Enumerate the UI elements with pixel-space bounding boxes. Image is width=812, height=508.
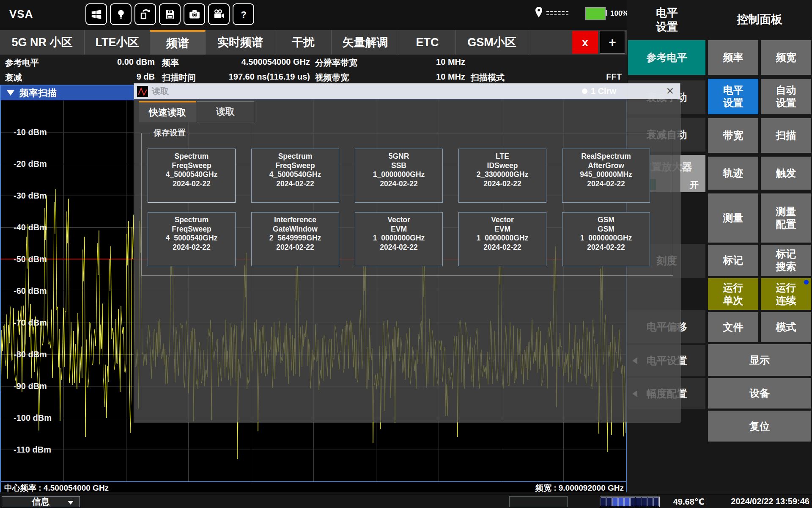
close-tab-button[interactable]: x xyxy=(572,31,598,54)
saved-setting-card-10[interactable]: GSMGSM1_0000000GHz2024-02-22 xyxy=(562,212,650,266)
card-frequency: 4_5000540GHz xyxy=(148,170,235,179)
card-date: 2024-02-22 xyxy=(252,243,339,252)
control-button-标记[interactable]: 标记 xyxy=(708,245,758,276)
control-button-带宽[interactable]: 带宽 xyxy=(708,118,758,153)
control-button-电平设置[interactable]: 电平 设置 xyxy=(708,79,758,114)
bulb-icon[interactable] xyxy=(110,3,132,25)
control-button-文件[interactable]: 文件 xyxy=(708,312,758,342)
control-button-测量配置[interactable]: 测量 配置 xyxy=(761,193,811,243)
card-date: 2024-02-22 xyxy=(562,243,650,252)
progress-segment-2 xyxy=(606,497,612,506)
open-icon[interactable] xyxy=(134,3,156,25)
saved-setting-card-6[interactable]: SpectrumFreqSweep4_5000540GHz2024-02-22 xyxy=(148,212,236,266)
saved-setting-card-7[interactable]: InterferenceGateWindow2_5649999GHz2024-0… xyxy=(251,212,339,266)
card-type: FreqSweep xyxy=(148,225,235,234)
progress-segment-5 xyxy=(624,497,630,506)
app-logo: VSA xyxy=(9,8,33,21)
tab-矢量解调[interactable]: 矢量解调 xyxy=(332,30,399,55)
parameter-summary: 参考电平0.00 dBm频率4.500054000 GHz分辨率带宽10 MHz… xyxy=(0,55,627,85)
saved-setting-card-9[interactable]: VectorEVM1_0000000GHz2024-02-22 xyxy=(458,212,546,266)
y-tick--10: -10 dBm xyxy=(14,127,47,137)
card-name: Spectrum xyxy=(148,152,235,161)
param-value-频率: 4.500054000 GHz xyxy=(241,57,310,67)
card-type: EVM xyxy=(355,225,442,234)
camera-icon[interactable] xyxy=(184,3,205,25)
saved-setting-card-4[interactable]: LTEIDSweep2_3300000GHz2024-02-22 xyxy=(458,149,546,203)
control-button-设备[interactable]: 设备 xyxy=(708,378,811,409)
tab-ETC[interactable]: ETC xyxy=(399,30,456,55)
progress-segment-7 xyxy=(636,497,641,506)
control-button-轨迹[interactable]: 轨迹 xyxy=(708,157,758,190)
level-panel-title: 电平 设置 xyxy=(627,6,707,34)
progress-segment-4 xyxy=(618,497,624,506)
progress-segment-1 xyxy=(601,497,606,506)
control-button-运行连续[interactable]: 运行 连续 xyxy=(761,278,811,310)
control-button-触发[interactable]: 触发 xyxy=(761,157,811,190)
progress-segment-9 xyxy=(647,497,653,506)
trace-legend: 1 Clrw xyxy=(582,85,628,97)
info-label: 信息 xyxy=(32,496,50,508)
dialog-close-icon[interactable]: ✕ xyxy=(666,85,674,97)
saved-setting-card-8[interactable]: VectorEVM1_0000000GHz2024-02-22 xyxy=(355,212,443,266)
card-frequency: 1_0000000GHz xyxy=(562,234,650,243)
tab-实时频谱[interactable]: 实时频谱 xyxy=(206,30,275,55)
tab-干扰[interactable]: 干扰 xyxy=(275,30,332,55)
level-button-参考电平[interactable]: 参考电平 xyxy=(628,40,705,75)
card-name: Spectrum xyxy=(252,152,339,161)
tab-5G NR 小区[interactable]: 5G NR 小区 xyxy=(0,30,85,55)
help-icon[interactable]: ? xyxy=(233,3,254,25)
card-frequency: 1_0000000GHz xyxy=(355,234,442,243)
card-name: 5GNR xyxy=(355,152,442,161)
center-frequency-readout: 中心频率 : 4.500054000 GHz xyxy=(4,483,109,494)
saved-setting-card-2[interactable]: SpectrumFreqSweep4_5000540GHz2024-02-22 xyxy=(251,149,339,203)
saved-setting-card-3[interactable]: 5GNRSSB1_0000000GHz2024-02-22 xyxy=(355,149,443,203)
tab-GSM小区[interactable]: GSM小区 xyxy=(456,30,528,55)
windows-icon[interactable] xyxy=(85,3,107,25)
control-button-频率[interactable]: 频率 xyxy=(708,40,758,75)
control-button-标记搜索[interactable]: 标记 搜索 xyxy=(761,245,811,276)
y-tick--100: -100 dBm xyxy=(14,413,52,423)
card-frequency: 1_0000000GHz xyxy=(355,170,442,179)
preamp-on-option[interactable]: 开 xyxy=(690,179,699,191)
control-button-运行单次[interactable]: 运行 单次 xyxy=(708,278,758,310)
y-tick--80: -80 dBm xyxy=(14,350,47,359)
battery-icon xyxy=(585,7,606,20)
trace-legend-label: 1 Clrw xyxy=(591,86,616,96)
add-tab-button[interactable]: + xyxy=(600,31,625,54)
saved-setting-card-1[interactable]: SpectrumFreqSweep4_5000540GHz2024-02-22 xyxy=(148,149,236,203)
tab-LTE小区[interactable]: LTE小区 xyxy=(85,30,150,55)
control-button-自动设置[interactable]: 自动 设置 xyxy=(761,79,811,114)
control-button-模式[interactable]: 模式 xyxy=(761,312,811,342)
parameter-row-2: 衰减9 dB扫描时间197.60 ns(116.19 us)视频带宽10 MHz… xyxy=(0,69,627,84)
trace-dot-icon xyxy=(582,88,587,94)
card-type: FreqSweep xyxy=(148,161,235,171)
param-value-扫描模式: FFT xyxy=(606,72,622,82)
card-frequency: 4_5000540GHz xyxy=(148,234,235,243)
y-tick--90: -90 dBm xyxy=(14,381,47,391)
y-tick--70: -70 dBm xyxy=(14,318,47,328)
control-button-测量[interactable]: 测量 xyxy=(708,193,758,243)
saved-setting-card-5[interactable]: RealSpectrumAfterGrow945_00000MHz2024-02… xyxy=(562,149,650,203)
card-type: GateWindow xyxy=(252,225,339,234)
tab-频谱[interactable]: 频谱 xyxy=(150,30,206,55)
taskbar-empty-slot xyxy=(509,496,568,507)
level-button-label: 参考电平 xyxy=(647,51,687,64)
card-name: Interference xyxy=(252,215,339,225)
control-button-扫描[interactable]: 扫描 xyxy=(761,118,811,153)
dialog-tab-load[interactable]: 读取 xyxy=(197,101,254,122)
dialog-tab-quick-load[interactable]: 快速读取 xyxy=(139,101,196,122)
recorder-icon[interactable] xyxy=(208,3,230,25)
param-label-扫描模式: 扫描模式 xyxy=(471,72,505,83)
card-name: LTE xyxy=(459,152,546,161)
saved-settings-grid: SpectrumFreqSweep4_5000540GHz2024-02-22S… xyxy=(148,149,650,266)
top-bar: VSA ? 100% xyxy=(0,0,627,30)
param-value-参考电平: 0.00 dBm xyxy=(117,57,155,67)
info-dropdown[interactable]: 信息 xyxy=(2,496,80,507)
control-button-显示[interactable]: 显示 xyxy=(708,344,811,376)
card-type: IDSweep xyxy=(459,161,546,171)
save-icon[interactable] xyxy=(159,3,181,25)
param-value-衰减: 9 dB xyxy=(137,72,155,82)
control-button-频宽[interactable]: 频宽 xyxy=(761,40,811,75)
control-button-复位[interactable]: 复位 xyxy=(708,411,811,442)
param-label-扫描时间: 扫描时间 xyxy=(162,72,196,83)
